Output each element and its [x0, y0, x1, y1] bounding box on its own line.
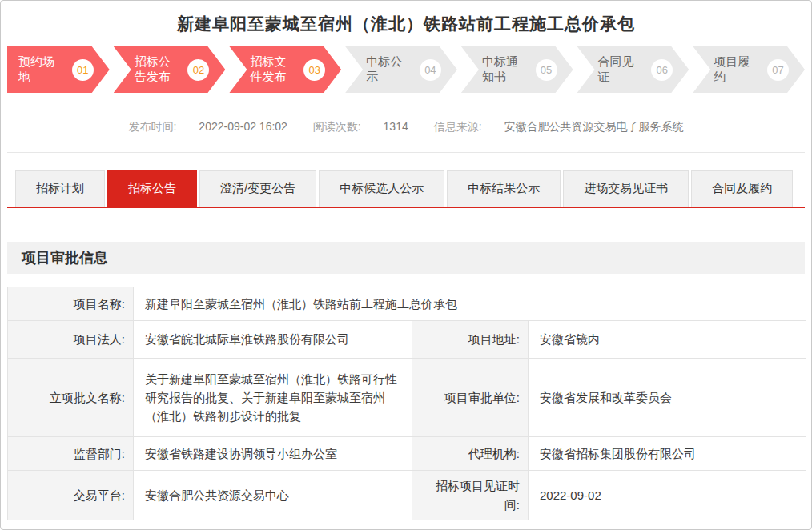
stepper-step-2: 招标公告发布 02 — [114, 46, 226, 93]
step-number-badge: 01 — [72, 59, 94, 81]
stepper-step-4: 中标公示 04 — [345, 46, 457, 93]
step-label: 招标公告发布 — [135, 54, 180, 85]
stepper-step-7: 项目履约 07 — [693, 46, 805, 93]
approval-unit-value: 安徽省发展和改革委员会 — [529, 359, 806, 437]
process-stepper: 预约场地 01 招标公告发布 02 招标文件发布 03 中标公示 04 中标通知… — [7, 46, 805, 93]
step-label: 中标通知书 — [482, 54, 528, 85]
page-title: 新建阜阳至蒙城至宿州（淮北）铁路站前工程施工总价承包 — [1, 13, 811, 35]
approval-doc-value: 关于新建阜阳至蒙城至宿州（淮北）铁路可行性研究报告的批复、关于新建阜阳至蒙城至宿… — [134, 359, 412, 437]
horizontal-divider — [7, 152, 805, 153]
supervision-dept-value: 安徽省铁路建设协调领导小组办公室 — [134, 437, 412, 471]
table-row-project-name: 项目名称: 新建阜阳至蒙城至宿州（淮北）铁路站前工程施工总价承包 — [8, 287, 806, 321]
project-address-value: 安徽省镜内 — [529, 321, 806, 359]
agency-value: 安徽省招标集团股份有限公司 — [529, 437, 806, 471]
tab-result-publicity[interactable]: 中标结果公示 — [447, 170, 561, 207]
source-label: 信息来源: — [434, 120, 482, 133]
table-row-approval-doc: 立项批文名称: 关于新建阜阳至蒙城至宿州（淮北）铁路可行性研究报告的批复、关于新… — [8, 359, 806, 437]
project-address-label: 项目地址: — [412, 321, 529, 359]
source-value: 安徽合肥公共资源交易电子服务系统 — [504, 120, 683, 133]
witness-time-label: 招标项目见证时间: — [412, 471, 529, 520]
publish-time-label: 发布时间: — [129, 120, 177, 133]
stepper-step-1: 预约场地 01 — [7, 46, 110, 93]
step-number-badge: 06 — [651, 59, 673, 81]
step-label: 项目履约 — [714, 54, 759, 85]
trade-platform-label: 交易平台: — [8, 471, 134, 520]
table-row-platform-witness-time: 交易平台: 安徽合肥公共资源交易中心 招标项目见证时间: 2022-09-02 — [8, 471, 806, 520]
tab-bar: 招标计划 招标公告 澄清/变更公告 中标候选人公示 中标结果公示 进场交易见证书… — [7, 170, 805, 208]
step-number-badge: 05 — [536, 59, 557, 81]
project-approval-table: 项目名称: 新建阜阳至蒙城至宿州（淮北）铁路站前工程施工总价承包 项目法人: 安… — [7, 287, 806, 520]
section-title: 项目审批信息 — [22, 248, 108, 267]
publish-time-value: 2022-09-02 16:02 — [199, 120, 287, 133]
step-number-badge: 03 — [303, 59, 325, 81]
table-row-supervision-agency: 监督部门: 安徽省铁路建设协调领导小组办公室 代理机构: 安徽省招标集团股份有限… — [8, 437, 806, 471]
approval-unit-label: 项目审批单位: — [412, 359, 529, 437]
agency-label: 代理机构: — [412, 437, 529, 471]
stepper-step-5: 中标通知书 05 — [461, 46, 573, 93]
tab-candidate-publicity[interactable]: 中标候选人公示 — [319, 170, 444, 207]
project-name-value: 新建阜阳至蒙城至宿州（淮北）铁路站前工程施工总价承包 — [134, 287, 806, 321]
stepper-step-3: 招标文件发布 03 — [229, 46, 341, 93]
legal-person-value: 安徽省皖北城际阜淮铁路股份有限公司 — [134, 321, 412, 359]
tab-clarification-change[interactable]: 澄清/变更公告 — [199, 170, 316, 207]
witness-time-value: 2022-09-02 — [529, 471, 806, 520]
section-header-project-approval: 项目审批信息 — [7, 242, 805, 274]
table-row-legal-person-address: 项目法人: 安徽省皖北城际阜淮铁路股份有限公司 项目地址: 安徽省镜内 — [8, 321, 806, 359]
step-label: 中标公示 — [366, 54, 412, 85]
step-number-badge: 04 — [420, 59, 441, 81]
read-count-value: 1314 — [384, 120, 408, 133]
tab-bid-announcement[interactable]: 招标公告 — [107, 170, 197, 207]
tab-contract-performance[interactable]: 合同及履约 — [691, 170, 793, 207]
legal-person-label: 项目法人: — [8, 321, 134, 359]
step-label: 招标文件发布 — [250, 54, 295, 85]
page-container: 新建阜阳至蒙城至宿州（淮北）铁路站前工程施工总价承包 预约场地 01 招标公告发… — [0, 0, 812, 530]
step-label: 预约场地 — [18, 54, 64, 85]
tab-bid-plan[interactable]: 招标计划 — [15, 170, 105, 207]
trade-platform-value: 安徽合肥公共资源交易中心 — [134, 471, 412, 520]
step-number-badge: 02 — [187, 59, 209, 81]
step-number-badge: 07 — [767, 59, 789, 81]
tab-entry-witness-certificate[interactable]: 进场交易见证书 — [563, 170, 689, 207]
publish-meta-row: 发布时间: 2022-09-02 16:02 阅读次数: 1314 信息来源: … — [1, 120, 811, 135]
read-count-label: 阅读次数: — [313, 120, 361, 133]
step-label: 合同见证 — [598, 54, 644, 85]
supervision-dept-label: 监督部门: — [8, 437, 134, 471]
stepper-step-6: 合同见证 06 — [577, 46, 689, 93]
approval-doc-label: 立项批文名称: — [8, 359, 134, 437]
project-name-label: 项目名称: — [8, 287, 134, 321]
